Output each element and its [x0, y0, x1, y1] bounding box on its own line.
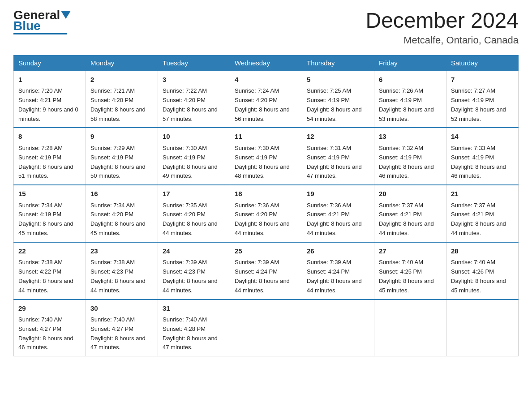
day-cell: 18 Sunrise: 7:36 AMSunset: 4:20 PMDaylig…	[230, 185, 302, 242]
day-info: Sunrise: 7:27 AMSunset: 4:19 PMDaylight:…	[451, 86, 514, 124]
day-cell: 10 Sunrise: 7:30 AMSunset: 4:19 PMDaylig…	[158, 128, 230, 185]
day-cell: 27 Sunrise: 7:40 AMSunset: 4:25 PMDaylig…	[374, 242, 446, 300]
day-number: 23	[90, 246, 153, 257]
day-number: 11	[235, 132, 297, 142]
day-info: Sunrise: 7:24 AMSunset: 4:20 PMDaylight:…	[235, 86, 297, 124]
day-cell: 16 Sunrise: 7:34 AMSunset: 4:20 PMDaylig…	[86, 185, 158, 242]
day-number: 5	[307, 75, 369, 85]
location-subtitle: Metcalfe, Ontario, Canada	[365, 34, 519, 46]
logo-blue-text: Blue	[13, 20, 41, 32]
svg-marker-0	[61, 11, 71, 19]
day-number: 19	[307, 189, 369, 199]
day-number: 22	[18, 246, 81, 257]
day-cell: 19 Sunrise: 7:36 AMSunset: 4:21 PMDaylig…	[302, 185, 374, 242]
day-cell	[302, 300, 374, 356]
column-header-saturday: Saturday	[446, 55, 519, 71]
day-cell	[230, 300, 302, 356]
logo-triangle-icon	[61, 11, 71, 19]
day-cell: 24 Sunrise: 7:39 AMSunset: 4:23 PMDaylig…	[158, 242, 230, 300]
day-info: Sunrise: 7:35 AMSunset: 4:20 PMDaylight:…	[163, 201, 225, 238]
day-cell: 25 Sunrise: 7:39 AMSunset: 4:24 PMDaylig…	[230, 242, 302, 300]
day-cell: 12 Sunrise: 7:31 AMSunset: 4:19 PMDaylig…	[302, 128, 374, 185]
day-cell: 13 Sunrise: 7:32 AMSunset: 4:19 PMDaylig…	[374, 128, 446, 185]
day-number: 30	[90, 304, 153, 314]
day-number: 12	[307, 132, 369, 142]
day-info: Sunrise: 7:25 AMSunset: 4:19 PMDaylight:…	[307, 86, 369, 124]
day-cell: 3 Sunrise: 7:22 AMSunset: 4:20 PMDayligh…	[158, 71, 230, 128]
day-cell: 22 Sunrise: 7:38 AMSunset: 4:22 PMDaylig…	[14, 242, 86, 300]
month-title: December 2024	[365, 9, 519, 33]
day-number: 10	[163, 132, 225, 142]
day-info: Sunrise: 7:36 AMSunset: 4:21 PMDaylight:…	[307, 201, 369, 238]
day-cell: 9 Sunrise: 7:29 AMSunset: 4:19 PMDayligh…	[86, 128, 158, 185]
day-number: 9	[90, 132, 153, 142]
day-number: 8	[18, 132, 81, 142]
day-cell: 21 Sunrise: 7:37 AMSunset: 4:21 PMDaylig…	[446, 185, 519, 242]
column-header-monday: Monday	[86, 55, 158, 71]
day-info: Sunrise: 7:40 AMSunset: 4:25 PMDaylight:…	[379, 258, 442, 295]
header-row: SundayMondayTuesdayWednesdayThursdayFrid…	[14, 55, 519, 71]
calendar-table: SundayMondayTuesdayWednesdayThursdayFrid…	[13, 55, 519, 356]
day-number: 21	[451, 189, 514, 199]
day-number: 17	[163, 189, 225, 199]
day-cell: 6 Sunrise: 7:26 AMSunset: 4:19 PMDayligh…	[374, 71, 446, 128]
day-info: Sunrise: 7:34 AMSunset: 4:20 PMDaylight:…	[90, 201, 153, 238]
day-info: Sunrise: 7:39 AMSunset: 4:24 PMDaylight:…	[307, 258, 369, 295]
day-info: Sunrise: 7:31 AMSunset: 4:19 PMDaylight:…	[307, 144, 369, 181]
day-cell: 4 Sunrise: 7:24 AMSunset: 4:20 PMDayligh…	[230, 71, 302, 128]
day-cell: 15 Sunrise: 7:34 AMSunset: 4:19 PMDaylig…	[14, 185, 86, 242]
day-number: 18	[235, 189, 297, 199]
day-cell: 5 Sunrise: 7:25 AMSunset: 4:19 PMDayligh…	[302, 71, 374, 128]
day-info: Sunrise: 7:20 AMSunset: 4:21 PMDaylight:…	[18, 86, 81, 124]
day-info: Sunrise: 7:21 AMSunset: 4:20 PMDaylight:…	[90, 86, 153, 124]
week-row-3: 15 Sunrise: 7:34 AMSunset: 4:19 PMDaylig…	[14, 185, 519, 242]
week-row-4: 22 Sunrise: 7:38 AMSunset: 4:22 PMDaylig…	[14, 242, 519, 300]
week-row-1: 1 Sunrise: 7:20 AMSunset: 4:21 PMDayligh…	[14, 71, 519, 128]
day-cell: 17 Sunrise: 7:35 AMSunset: 4:20 PMDaylig…	[158, 185, 230, 242]
day-number: 3	[163, 75, 225, 85]
day-cell: 29 Sunrise: 7:40 AMSunset: 4:27 PMDaylig…	[14, 300, 86, 356]
day-cell	[374, 300, 446, 356]
logo-underline	[13, 33, 67, 34]
day-cell: 28 Sunrise: 7:40 AMSunset: 4:26 PMDaylig…	[446, 242, 519, 300]
day-cell	[446, 300, 519, 356]
week-row-2: 8 Sunrise: 7:28 AMSunset: 4:19 PMDayligh…	[14, 128, 519, 185]
day-number: 26	[307, 246, 369, 257]
week-row-5: 29 Sunrise: 7:40 AMSunset: 4:27 PMDaylig…	[14, 300, 519, 356]
day-cell: 1 Sunrise: 7:20 AMSunset: 4:21 PMDayligh…	[14, 71, 86, 128]
day-cell: 8 Sunrise: 7:28 AMSunset: 4:19 PMDayligh…	[14, 128, 86, 185]
day-number: 31	[163, 304, 225, 314]
day-number: 2	[90, 75, 153, 85]
day-info: Sunrise: 7:39 AMSunset: 4:24 PMDaylight:…	[235, 258, 297, 295]
day-cell: 31 Sunrise: 7:40 AMSunset: 4:28 PMDaylig…	[158, 300, 230, 356]
day-info: Sunrise: 7:29 AMSunset: 4:19 PMDaylight:…	[90, 144, 153, 181]
day-number: 6	[379, 75, 442, 85]
day-number: 27	[379, 246, 442, 257]
day-number: 16	[90, 189, 153, 199]
day-cell: 23 Sunrise: 7:38 AMSunset: 4:23 PMDaylig…	[86, 242, 158, 300]
day-number: 20	[379, 189, 442, 199]
day-cell: 14 Sunrise: 7:33 AMSunset: 4:19 PMDaylig…	[446, 128, 519, 185]
day-info: Sunrise: 7:40 AMSunset: 4:26 PMDaylight:…	[451, 258, 514, 295]
day-cell: 7 Sunrise: 7:27 AMSunset: 4:19 PMDayligh…	[446, 71, 519, 128]
day-number: 4	[235, 75, 297, 85]
day-info: Sunrise: 7:38 AMSunset: 4:22 PMDaylight:…	[18, 258, 81, 295]
column-header-thursday: Thursday	[302, 55, 374, 71]
column-header-friday: Friday	[374, 55, 446, 71]
day-info: Sunrise: 7:39 AMSunset: 4:23 PMDaylight:…	[163, 258, 225, 295]
day-cell: 2 Sunrise: 7:21 AMSunset: 4:20 PMDayligh…	[86, 71, 158, 128]
day-number: 25	[235, 246, 297, 257]
logo: General Blue	[13, 9, 71, 34]
day-info: Sunrise: 7:34 AMSunset: 4:19 PMDaylight:…	[18, 201, 81, 238]
day-info: Sunrise: 7:30 AMSunset: 4:19 PMDaylight:…	[235, 144, 297, 181]
day-info: Sunrise: 7:37 AMSunset: 4:21 PMDaylight:…	[451, 201, 514, 238]
day-info: Sunrise: 7:40 AMSunset: 4:27 PMDaylight:…	[18, 315, 81, 352]
day-cell: 30 Sunrise: 7:40 AMSunset: 4:27 PMDaylig…	[86, 300, 158, 356]
day-info: Sunrise: 7:28 AMSunset: 4:19 PMDaylight:…	[18, 144, 81, 181]
day-number: 29	[18, 304, 81, 314]
day-info: Sunrise: 7:22 AMSunset: 4:20 PMDaylight:…	[163, 86, 225, 124]
day-number: 1	[18, 75, 81, 85]
day-cell: 26 Sunrise: 7:39 AMSunset: 4:24 PMDaylig…	[302, 242, 374, 300]
day-info: Sunrise: 7:38 AMSunset: 4:23 PMDaylight:…	[90, 258, 153, 295]
day-cell: 20 Sunrise: 7:37 AMSunset: 4:21 PMDaylig…	[374, 185, 446, 242]
